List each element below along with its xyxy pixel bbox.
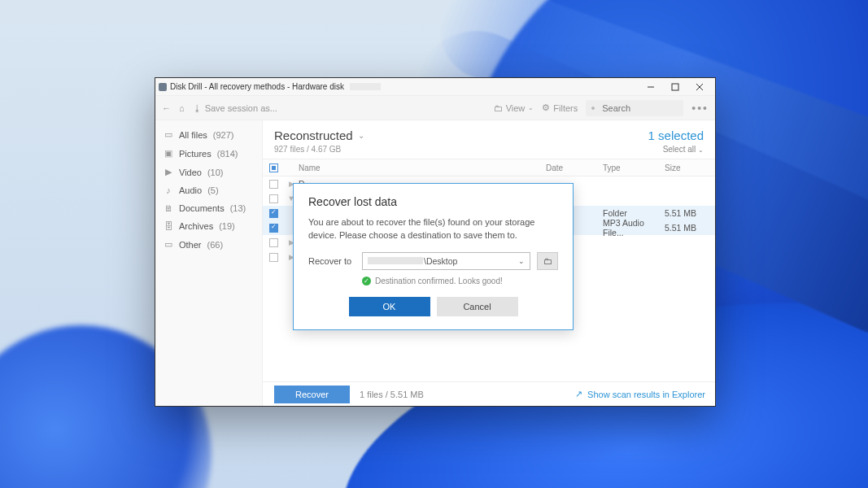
sidebar-item-label: Audio bbox=[179, 185, 202, 195]
cell-type: MP3 Audio File... bbox=[603, 218, 665, 237]
download-icon: ⭳ bbox=[193, 103, 202, 113]
sidebar-item-label: Archives bbox=[179, 221, 213, 231]
sidebar: ▭All files (927) ▣Pictures (814) ▶Video … bbox=[155, 120, 263, 406]
sidebar-item-documents[interactable]: 🗎Documents (13) bbox=[155, 199, 262, 217]
cell-size: 5.51 MB bbox=[665, 223, 715, 233]
dialog-body: You are about to recover the file(s) fou… bbox=[308, 216, 558, 242]
footer-summary: 1 files / 5.51 MB bbox=[360, 390, 424, 399]
sliders-icon: ⚙ bbox=[542, 102, 550, 113]
path-redacted bbox=[368, 257, 423, 264]
documents-icon: 🗎 bbox=[164, 203, 173, 213]
sidebar-item-label: Pictures bbox=[179, 149, 212, 159]
section-stats: 927 files / 4.67 GB bbox=[274, 145, 364, 154]
col-name[interactable]: Name bbox=[299, 163, 546, 172]
cell-type: Folder bbox=[603, 208, 665, 218]
sidebar-item-count: (927) bbox=[213, 130, 234, 140]
check-circle-icon: ✓ bbox=[362, 277, 371, 285]
destination-status: ✓ Destination confirmed. Looks good! bbox=[362, 277, 558, 285]
search-input[interactable] bbox=[586, 100, 683, 116]
destination-status-text: Destination confirmed. Looks good! bbox=[375, 277, 503, 285]
select-all-label: Select all bbox=[663, 145, 696, 154]
external-link-icon: ↗ bbox=[575, 389, 582, 399]
row-checkbox[interactable] bbox=[269, 194, 278, 203]
folder-icon: 🗀 bbox=[543, 256, 552, 266]
chevron-down-icon: ⌄ bbox=[358, 131, 364, 140]
maximize-button[interactable] bbox=[663, 78, 687, 96]
footer: Recover 1 files / 5.51 MB ↗ Show scan re… bbox=[263, 381, 715, 406]
row-checkbox[interactable] bbox=[269, 253, 278, 262]
filters-button[interactable]: ⚙ Filters bbox=[542, 102, 578, 113]
home-button[interactable]: ⌂ bbox=[179, 103, 185, 113]
view-dropdown[interactable]: 🗀 View ⌄ bbox=[494, 103, 534, 113]
sidebar-item-label: Other bbox=[179, 240, 202, 250]
select-all-dropdown[interactable]: Select all ⌄ bbox=[648, 145, 704, 154]
row-checkbox[interactable] bbox=[269, 209, 278, 218]
archives-icon: 🗄 bbox=[164, 221, 173, 231]
dialog-title: Recover lost data bbox=[308, 195, 558, 208]
video-icon: ▶ bbox=[164, 167, 173, 177]
recover-button[interactable]: Recover bbox=[274, 386, 350, 403]
pictures-icon: ▣ bbox=[164, 148, 173, 159]
back-button[interactable]: ← bbox=[162, 103, 171, 113]
titlebar[interactable]: Disk Drill - All recovery methods - Hard… bbox=[155, 78, 715, 96]
col-date[interactable]: Date bbox=[546, 163, 603, 172]
destination-select[interactable]: \Desktop ⌄ bbox=[362, 252, 530, 270]
sidebar-item-count: (19) bbox=[219, 221, 235, 231]
audio-icon: ♪ bbox=[164, 185, 173, 195]
chevron-down-icon: ⌄ bbox=[518, 257, 525, 265]
files-icon: ▭ bbox=[164, 129, 173, 140]
folder-icon: 🗀 bbox=[494, 103, 503, 113]
section-title-dropdown[interactable]: Reconstructed ⌄ bbox=[274, 129, 364, 142]
col-size[interactable]: Size bbox=[665, 163, 715, 172]
cancel-button[interactable]: Cancel bbox=[437, 297, 518, 316]
sidebar-item-archives[interactable]: 🗄Archives (19) bbox=[155, 217, 262, 235]
svg-rect-1 bbox=[672, 84, 678, 90]
sidebar-item-count: (13) bbox=[230, 203, 246, 213]
sidebar-item-label: All files bbox=[179, 130, 207, 140]
window-title-text: Disk Drill - All recovery methods - Hard… bbox=[170, 82, 344, 91]
header-checkbox[interactable] bbox=[269, 163, 278, 172]
sidebar-item-video[interactable]: ▶Video (10) bbox=[155, 163, 262, 181]
title-redacted bbox=[350, 83, 381, 90]
row-checkbox[interactable] bbox=[269, 224, 278, 233]
section-title: Reconstructed bbox=[274, 129, 353, 142]
chevron-down-icon: ⌄ bbox=[698, 146, 704, 154]
sidebar-item-label: Video bbox=[179, 168, 202, 177]
cell-size: 5.51 MB bbox=[665, 208, 715, 218]
ok-button[interactable]: OK bbox=[349, 297, 430, 316]
sidebar-item-other[interactable]: ▭Other (66) bbox=[155, 235, 262, 254]
show-in-explorer-link[interactable]: ↗ Show scan results in Explorer bbox=[575, 389, 705, 399]
sidebar-item-count: (10) bbox=[207, 168, 224, 177]
app-icon bbox=[159, 83, 167, 91]
toolbar: ← ⌂ ⭳ Save session as... 🗀 View ⌄ ⚙ Filt… bbox=[155, 96, 715, 120]
recover-dialog: Recover lost data You are about to recov… bbox=[293, 183, 574, 330]
window-title: Disk Drill - All recovery methods - Hard… bbox=[159, 82, 381, 91]
sidebar-item-audio[interactable]: ♪Audio (5) bbox=[155, 181, 262, 199]
show-in-explorer-label: Show scan results in Explorer bbox=[587, 390, 705, 399]
recover-to-label: Recover to bbox=[308, 256, 355, 266]
sidebar-item-count: (814) bbox=[217, 149, 238, 159]
other-icon: ▭ bbox=[164, 239, 173, 250]
view-label: View bbox=[506, 103, 526, 113]
save-session-button[interactable]: ⭳ Save session as... bbox=[193, 103, 277, 113]
destination-path: \Desktop bbox=[424, 256, 457, 266]
table-header: Name Date Type Size bbox=[263, 159, 715, 176]
selection-count: 1 selected bbox=[648, 129, 704, 142]
sidebar-item-label: Documents bbox=[179, 203, 225, 213]
sidebar-item-pictures[interactable]: ▣Pictures (814) bbox=[155, 144, 262, 163]
sidebar-item-count: (66) bbox=[207, 240, 224, 250]
save-session-label: Save session as... bbox=[205, 103, 277, 113]
window-controls bbox=[639, 78, 712, 96]
browse-button[interactable]: 🗀 bbox=[537, 252, 558, 270]
filters-label: Filters bbox=[553, 103, 578, 113]
col-type[interactable]: Type bbox=[603, 163, 665, 172]
sidebar-item-count: (5) bbox=[207, 185, 218, 195]
minimize-button[interactable] bbox=[639, 78, 663, 96]
close-button[interactable] bbox=[687, 78, 712, 96]
sidebar-item-all-files[interactable]: ▭All files (927) bbox=[155, 125, 262, 144]
row-checkbox[interactable] bbox=[269, 180, 278, 189]
row-checkbox[interactable] bbox=[269, 238, 278, 247]
overflow-menu[interactable]: ••• bbox=[691, 102, 709, 115]
chevron-down-icon: ⌄ bbox=[528, 104, 534, 111]
